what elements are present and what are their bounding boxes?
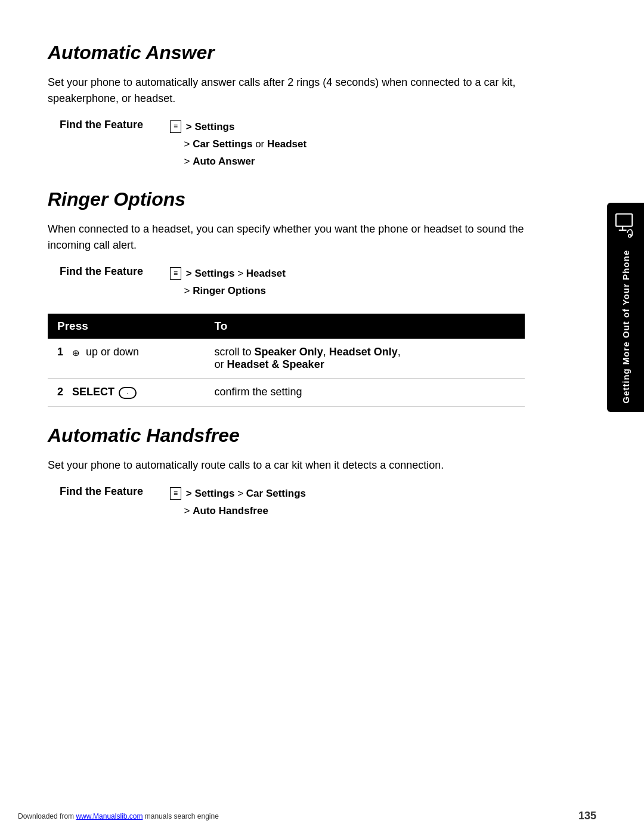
ff1-settings: > Settings [186, 121, 235, 132]
find-feature-automatic-handsfree: Find the Feature ≡ > Settings > Car Sett… [60, 485, 525, 520]
side-tab-text: Getting More Out of Your Phone [621, 250, 631, 404]
ff2-ringer: Ringer Options [193, 285, 266, 296]
find-feature-label-3: Find the Feature [60, 485, 170, 498]
find-feature-ringer-options: Find the Feature ≡ > Settings > Headset … [60, 265, 525, 300]
svg-point-3 [628, 234, 631, 237]
footer-download: Downloaded from www.Manualslib.com manua… [18, 812, 219, 820]
menu-icon-2: ≡ [170, 267, 181, 280]
footer: Downloaded from www.Manualslib.com manua… [0, 810, 644, 822]
select-button-icon: · [119, 387, 137, 399]
side-tab: Getting More Out of Your Phone [607, 203, 644, 412]
dpad-icon: ⊕ [72, 348, 80, 358]
phone-headset-icon [611, 211, 640, 243]
svg-rect-0 [616, 214, 632, 227]
table-cell-to-2: confirm the setting [205, 379, 525, 406]
ff3-carsettings: Car Settings [246, 488, 306, 499]
section-title-ringer-options: Ringer Options [48, 188, 525, 210]
find-feature-content-2: ≡ > Settings > Headset > Ringer Options [170, 265, 286, 300]
select-label: SELECT [72, 386, 114, 398]
section-body-automatic-handsfree: Set your phone to automatically route ca… [48, 457, 525, 473]
page-number: 135 [578, 810, 596, 822]
find-feature-label-2: Find the Feature [60, 265, 170, 278]
menu-icon-3: ≡ [170, 487, 181, 500]
headset-speaker: Headset & Speaker [227, 358, 324, 370]
find-feature-automatic-answer: Find the Feature ≡ > Settings > Car Sett… [60, 119, 525, 171]
find-feature-content-3: ≡ > Settings > Car Settings > Auto Hands… [170, 485, 306, 520]
main-content: Automatic Answer Set your phone to autom… [0, 0, 572, 558]
ff2-headset: Headset [246, 268, 286, 279]
headset-only: Headset Only [329, 346, 398, 358]
speaker-only: Speaker Only [255, 346, 323, 358]
section-body-automatic-answer: Set your phone to automatically answer c… [48, 75, 525, 107]
section-title-automatic-handsfree: Automatic Handsfree [48, 425, 525, 447]
table-header-press: Press [48, 314, 205, 339]
ff1-autoanswer: Auto Answer [193, 156, 255, 167]
ff2-settings: > Settings [186, 268, 235, 279]
section-title-automatic-answer: Automatic Answer [48, 42, 525, 64]
ff1-carsettings: Car Settings [193, 138, 252, 150]
ff1-headset: Headset [267, 138, 306, 150]
ff3-autohandsfree: Auto Handsfree [193, 505, 268, 516]
press-table: Press To 1 ⊕ up or down scroll to Speake… [48, 314, 525, 406]
section-body-ringer-options: When connected to a headset, you can spe… [48, 221, 525, 253]
table-header-to: To [205, 314, 525, 339]
menu-icon-1: ≡ [170, 120, 181, 133]
find-feature-label-1: Find the Feature [60, 119, 170, 131]
table-cell-to-1: scroll to Speaker Only, Headset Only, or… [205, 339, 525, 379]
table-row: 2 SELECT · confirm the setting [48, 379, 525, 406]
table-row: 1 ⊕ up or down scroll to Speaker Only, H… [48, 339, 525, 379]
table-cell-press-2: 2 SELECT · [48, 379, 205, 406]
find-feature-content-1: ≡ > Settings > Car Settings or Headset >… [170, 119, 306, 171]
ff3-settings: > Settings [186, 488, 235, 499]
manualslib-link[interactable]: www.Manualslib.com [76, 812, 143, 820]
table-cell-press-1: 1 ⊕ up or down [48, 339, 205, 379]
